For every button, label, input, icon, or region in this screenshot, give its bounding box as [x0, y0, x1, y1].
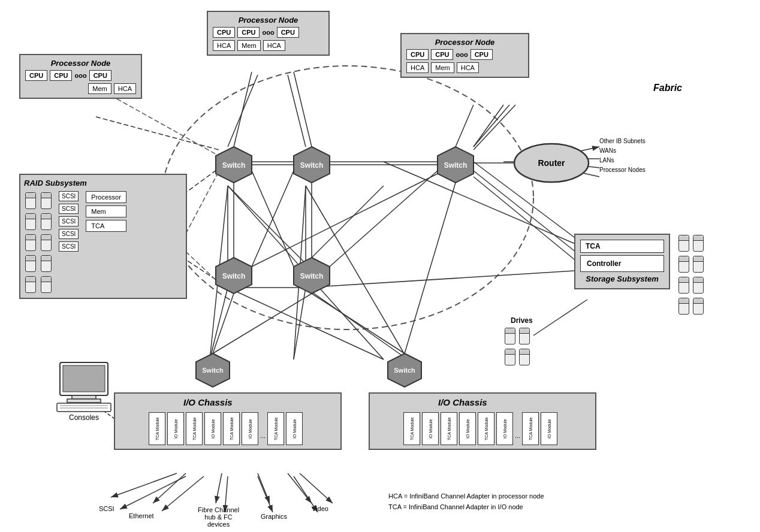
raid-inner: SCSI SCSI SCSI SCSI SCSI Processor Mem T…: [24, 191, 182, 294]
io-mod-2-6: IO Module: [496, 412, 513, 445]
cpu-box-2-3: CPU: [89, 70, 111, 81]
hca-box-2: HCA: [114, 83, 136, 94]
io-mod-1-6: IO Module: [242, 412, 258, 445]
svg-line-24: [96, 117, 219, 150]
scsi-1: SCSI: [59, 191, 79, 201]
svg-line-68: [234, 72, 252, 147]
dots-3: ooo: [456, 51, 468, 58]
svg-line-26: [474, 105, 515, 150]
svg-line-15: [228, 288, 384, 359]
svg-line-65: [213, 294, 312, 353]
svg-rect-87: [67, 399, 101, 403]
svg-line-11: [228, 186, 384, 359]
svg-text:Switch: Switch: [444, 161, 468, 170]
controller-box: Controller: [580, 255, 664, 272]
svg-line-60: [252, 171, 294, 267]
svg-line-64: [213, 294, 234, 353]
fabric-label: Fabric: [653, 83, 682, 93]
processor-node-2: Processor Node CPU CPU ooo CPU Mem HCA: [19, 54, 142, 99]
hca-box-3-2: HCA: [457, 62, 479, 73]
mem-box-3: Mem: [431, 62, 454, 73]
svg-line-63: [252, 174, 438, 267]
io-mod-2-3: TCA Module: [441, 412, 457, 445]
disk-9: [41, 255, 52, 272]
tca-box-raid: TCA: [86, 220, 126, 232]
svg-line-18: [384, 162, 593, 252]
proc-node-3-title: Processor Node: [406, 38, 523, 47]
mem-hca-row-3: HCA Mem HCA: [406, 62, 523, 73]
cpu-row-1: CPU CPU ooo CPU: [213, 27, 324, 38]
disk-8: [41, 234, 52, 251]
io-mod-2-5: TCA Module: [478, 412, 494, 445]
io-mod-2-2: IO Module: [422, 412, 439, 445]
svg-line-9: [210, 186, 228, 359]
stor-cyl-8: [693, 298, 704, 315]
drive-cyl-1: [505, 328, 515, 344]
svg-line-76: [474, 177, 590, 273]
io-dots-2: ...: [515, 432, 520, 445]
cpu-box-2-1: CPU: [25, 70, 47, 81]
svg-line-72: [117, 99, 219, 156]
svg-rect-85: [63, 365, 105, 392]
console-svg: [54, 359, 114, 413]
svg-line-34: [216, 473, 222, 503]
hca-box-1-2: HCA: [263, 40, 285, 51]
svg-line-67: [405, 183, 456, 353]
graphics-label: Graphics: [261, 513, 287, 520]
io-mod-1-2: IO Module: [167, 412, 184, 445]
fibre-label: Fibre Channel hub & FC devices: [198, 506, 239, 528]
io-mod-1-7: TCA Module: [267, 412, 284, 445]
other-ib-line4: Processor Nodes: [599, 165, 646, 175]
hca-box-1-1: HCA: [213, 40, 235, 51]
disk-4: [25, 255, 36, 272]
svg-line-77: [533, 300, 587, 335]
scsi-3: SCSI: [59, 216, 79, 226]
io-chassis-2: I/O Chassis TCA Module IO Module TCA Mod…: [369, 392, 596, 450]
svg-marker-41: [294, 147, 330, 183]
dots-2: ooo: [74, 72, 86, 79]
io-mod-1-3: TCA Module: [186, 412, 203, 445]
io-mod-2-1: TCA Module: [403, 412, 420, 445]
hca-box-3-1: HCA: [406, 62, 429, 73]
storage-title: Storage Subsystem: [580, 274, 664, 283]
io-chassis-1-title: I/O Chassis: [183, 397, 233, 407]
tca-storage: TCA: [580, 240, 664, 253]
svg-line-31: [572, 171, 599, 177]
processor-node-1: Processor Node CPU CPU ooo CPU HCA Mem H…: [207, 11, 330, 56]
cpu-box-1-3: CPU: [277, 27, 299, 38]
io-modules-row-2: TCA Module IO Module TCA Module IO Modul…: [403, 412, 592, 445]
stor-cyl-3: [678, 256, 689, 273]
svg-text:Switch: Switch: [222, 272, 246, 280]
svg-line-74: [186, 252, 218, 282]
tca-legend: TCA = InfiniBand Channel Adapter in I/O …: [388, 502, 544, 513]
svg-line-75: [474, 171, 590, 264]
console: Consoles: [54, 359, 114, 422]
io-mod-2-4: IO Module: [459, 412, 476, 445]
svg-text:Switch: Switch: [222, 161, 246, 170]
scsi-5: SCSI: [59, 241, 79, 252]
io-mod-1-4: IO Module: [204, 412, 221, 445]
svg-marker-49: [196, 353, 230, 387]
raid-subsystem: RAID Subsystem: [19, 174, 187, 299]
svg-line-32: [111, 473, 177, 497]
disk-1: [25, 192, 36, 209]
drives-label: Drives: [511, 316, 533, 325]
svg-marker-39: [216, 147, 252, 183]
disk-3: [25, 234, 36, 251]
main-canvas: Switch Switch Switch Switch Switch Switc…: [0, 0, 760, 532]
svg-text:Switch: Switch: [202, 367, 224, 374]
svg-line-36: [288, 473, 312, 503]
io-dots-1: ...: [260, 432, 266, 445]
disk-6: [41, 192, 52, 209]
other-ib-line3: LANs: [599, 156, 646, 165]
hca-legend: HCA = InfiniBand Channel Adapter in proc…: [388, 491, 544, 502]
svg-marker-45: [216, 258, 252, 294]
mem-box-1: Mem: [237, 40, 260, 51]
svg-line-12: [306, 186, 408, 359]
svg-marker-51: [388, 353, 421, 387]
svg-line-35: [258, 473, 270, 503]
svg-text:Router: Router: [538, 158, 565, 168]
svg-line-19: [306, 270, 593, 288]
svg-line-61: [252, 171, 294, 267]
io-mod-1-8: IO Module: [286, 412, 303, 445]
